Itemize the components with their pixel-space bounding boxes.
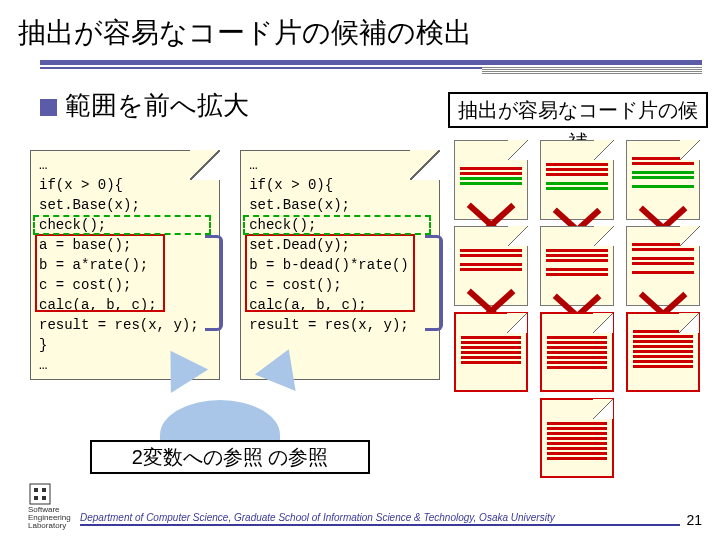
thumb (626, 226, 700, 306)
code-line: result = res(x, y); (249, 315, 431, 335)
caption-text-a: 2変数への参照 (132, 446, 263, 468)
brace-icon (205, 235, 223, 331)
thumb-selected (540, 398, 614, 478)
code-panels: … if(x > 0){ set.Base(x); check(); a = b… (30, 150, 440, 380)
green-selection (243, 215, 431, 235)
slide-title: 抽出が容易なコード片の候補の検出 (0, 0, 720, 60)
thumb (540, 140, 614, 220)
green-selection (33, 215, 211, 235)
thumb-selected (454, 312, 528, 392)
thumb (454, 226, 528, 306)
divider-thick (40, 60, 702, 65)
code-line: if(x > 0){ (39, 175, 211, 195)
thumbnail-grid (454, 140, 702, 478)
caption-text-b: の参照 (268, 446, 328, 468)
code-line: … (249, 155, 431, 175)
logo: Software Engineering Laboratory (28, 482, 71, 530)
grid-icon (28, 482, 52, 506)
logo-text: Laboratory (28, 522, 71, 530)
thumb-selected (626, 312, 700, 392)
subtitle-text: 範囲を前へ拡大 (65, 90, 249, 120)
code-line: set.Base(x); (249, 195, 431, 215)
footer-text: Department of Computer Science, Graduate… (80, 512, 680, 526)
red-selection (35, 234, 165, 312)
divider-thin (40, 67, 702, 74)
code-line: set.Base(x); (39, 195, 211, 215)
caption-box: 2変数への参照 の参照 (90, 440, 370, 474)
candidate-box-label: 抽出が容易なコード片の候補 (448, 92, 708, 128)
thumb (540, 226, 614, 306)
svg-rect-0 (30, 484, 50, 504)
page-number: 21 (686, 512, 702, 528)
svg-rect-2 (42, 488, 46, 492)
svg-rect-3 (34, 496, 38, 500)
svg-rect-4 (42, 496, 46, 500)
svg-rect-1 (34, 488, 38, 492)
thumb (626, 140, 700, 220)
thumb (454, 140, 528, 220)
brace-icon (425, 235, 443, 331)
thumb-selected (540, 312, 614, 392)
code-line: if(x > 0){ (249, 175, 431, 195)
bullet-icon (40, 99, 57, 116)
code-line: result = res(x, y); (39, 315, 211, 335)
red-selection (245, 234, 415, 312)
code-line: … (39, 155, 211, 175)
